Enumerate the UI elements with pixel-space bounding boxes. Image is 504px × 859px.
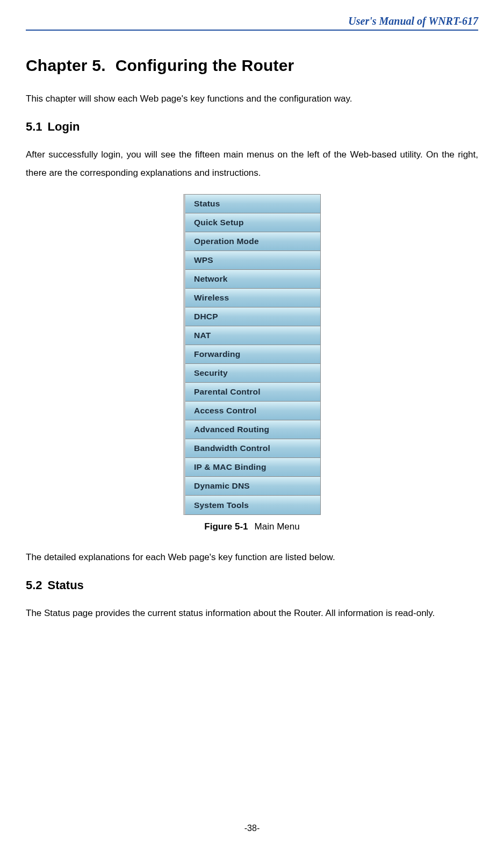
main-menu-panel: Status Quick Setup Operation Mode WPS Ne… [183,194,321,515]
menu-item-label: System Tools [185,496,320,514]
menu-item-dhcp[interactable]: DHCP [185,307,320,326]
figure-caption: Figure 5-1Main Menu [26,521,478,532]
figure-label: Figure 5-1 [204,521,248,532]
section-login-title: Login [48,120,80,133]
section-login-body: After successfully login, you will see t… [26,146,478,182]
chapter-title: Configuring the Router [116,56,294,74]
chapter-number: Chapter 5. [26,56,106,75]
menu-item-label: IP & MAC Binding [185,458,320,476]
menu-item-label: Bandwidth Control [185,439,320,457]
menu-item-security[interactable]: Security [185,364,320,383]
menu-item-label: Security [185,364,320,382]
menu-item-label: Forwarding [185,345,320,363]
section-login-heading: 5.1Login [26,120,478,134]
section-status-number: 5.2 [26,578,42,592]
menu-item-label: Advanced Routing [185,420,320,439]
menu-item-label: DHCP [185,307,320,326]
section-status-heading: 5.2Status [26,578,478,592]
menu-item-bandwidth-control[interactable]: Bandwidth Control [185,439,320,458]
menu-item-label: WPS [185,251,320,269]
menu-item-label: Wireless [185,289,320,307]
chapter-intro: This chapter will show each Web page's k… [26,90,478,108]
section-status-title: Status [48,578,84,592]
menu-item-system-tools[interactable]: System Tools [185,496,320,514]
menu-item-label: Parental Control [185,383,320,401]
main-menu-figure: Status Quick Setup Operation Mode WPS Ne… [183,194,321,515]
menu-item-network[interactable]: Network [185,270,320,289]
after-figure-text: The detailed explanations for each Web p… [26,548,478,567]
menu-item-label: Status [185,195,320,213]
menu-item-label: NAT [185,326,320,345]
menu-item-dynamic-dns[interactable]: Dynamic DNS [185,477,320,496]
chapter-heading: Chapter 5.Configuring the Router [26,56,478,75]
menu-item-label: Quick Setup [185,213,320,232]
section-login-number: 5.1 [26,120,42,134]
menu-item-label: Operation Mode [185,232,320,250]
menu-item-nat[interactable]: NAT [185,326,320,345]
menu-item-advanced-routing[interactable]: Advanced Routing [185,420,320,439]
menu-item-quick-setup[interactable]: Quick Setup [185,213,320,232]
menu-item-wps[interactable]: WPS [185,251,320,270]
menu-item-label: Network [185,270,320,288]
section-status-body: The Status page provides the current sta… [26,604,478,622]
menu-item-parental-control[interactable]: Parental Control [185,383,320,402]
menu-item-status[interactable]: Status [185,195,320,213]
figure-caption-text: Main Menu [255,521,300,532]
page-header-title: User's Manual of WNRT-617 [26,15,478,30]
menu-item-forwarding[interactable]: Forwarding [185,345,320,364]
menu-item-wireless[interactable]: Wireless [185,289,320,307]
menu-item-access-control[interactable]: Access Control [185,402,320,420]
page-number: -38- [0,824,504,833]
menu-item-label: Dynamic DNS [185,477,320,495]
menu-item-label: Access Control [185,402,320,420]
menu-item-operation-mode[interactable]: Operation Mode [185,232,320,251]
header-divider [26,30,478,31]
menu-item-ip-mac-binding[interactable]: IP & MAC Binding [185,458,320,477]
